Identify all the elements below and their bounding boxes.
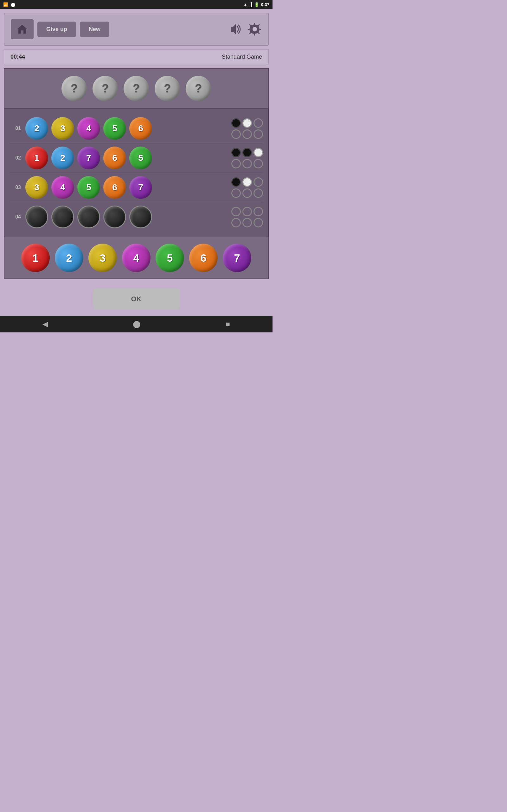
battery-icon: 🔋 — [254, 2, 259, 7]
guess-row-01: 0123456 — [9, 114, 263, 143]
guess-area: 01234560212765033456704 — [4, 109, 269, 237]
time-display: 9:37 — [261, 2, 269, 7]
balls-area-04 — [25, 206, 226, 229]
picker-ball-3[interactable]: 3 — [89, 244, 117, 272]
ok-area: OK — [4, 289, 269, 310]
secret-code-row: ????? — [4, 68, 269, 109]
peg-02-3 — [231, 159, 241, 168]
ball-row01-pos4: 6 — [129, 117, 152, 140]
bottom-nav: ◀ ⬤ ■ — [0, 316, 273, 333]
balls-area-01: 23456 — [25, 117, 226, 140]
wifi-icon: ▲ — [243, 2, 247, 7]
guess-row-02: 0212765 — [9, 143, 263, 173]
ball-row04-pos1[interactable] — [51, 206, 74, 229]
secret-slot-1: ? — [93, 76, 118, 101]
ball-row03-pos4: 7 — [129, 176, 152, 199]
ball-row04-pos4[interactable] — [129, 206, 152, 229]
ball-row02-pos3: 6 — [103, 147, 126, 169]
peg-01-1 — [242, 118, 252, 128]
balls-area-02: 12765 — [25, 147, 226, 169]
peg-03-3 — [231, 189, 241, 198]
ball-row01-pos0: 2 — [25, 117, 48, 140]
peg-04-5 — [253, 218, 263, 227]
peg-01-5 — [253, 130, 263, 139]
ball-row04-pos2[interactable] — [77, 206, 100, 229]
toolbar: Give up New — [4, 13, 269, 46]
peg-01-2 — [253, 118, 263, 128]
peg-04-3 — [231, 218, 241, 227]
peg-02-2 — [253, 148, 263, 157]
peg-02-0 — [231, 148, 241, 157]
notification-icon: 📶 — [3, 2, 8, 7]
pegs-area-01 — [231, 118, 263, 139]
peg-04-1 — [242, 207, 252, 216]
peg-03-4 — [242, 189, 252, 198]
peg-02-5 — [253, 159, 263, 168]
picker-ball-7[interactable]: 7 — [223, 244, 251, 272]
home-button[interactable] — [11, 19, 34, 39]
picker-ball-4[interactable]: 4 — [122, 244, 151, 272]
recents-nav-icon[interactable]: ■ — [226, 320, 230, 328]
picker-ball-6[interactable]: 6 — [189, 244, 218, 272]
svg-marker-0 — [17, 25, 27, 34]
secret-slot-3: ? — [155, 76, 180, 101]
back-nav-icon[interactable]: ◀ — [43, 320, 48, 328]
peg-03-2 — [253, 177, 263, 187]
ball-row04-pos0[interactable] — [25, 206, 48, 229]
pegs-area-03 — [231, 177, 263, 198]
svg-marker-1 — [231, 24, 236, 34]
sound-button[interactable] — [229, 23, 243, 35]
row-number-03: 03 — [9, 185, 21, 190]
balls-area-03: 34567 — [25, 176, 226, 199]
ball-row03-pos2: 5 — [77, 176, 100, 199]
secret-slot-4: ? — [186, 76, 211, 101]
peg-04-0 — [231, 207, 241, 216]
ball-row01-pos1: 3 — [51, 117, 74, 140]
ok-button[interactable]: OK — [93, 289, 180, 310]
new-button[interactable]: New — [80, 21, 109, 37]
peg-03-0 — [231, 177, 241, 187]
peg-01-3 — [231, 130, 241, 139]
peg-03-5 — [253, 189, 263, 198]
peg-02-1 — [242, 148, 252, 157]
peg-04-4 — [242, 218, 252, 227]
guess-row-04: 04 — [9, 202, 263, 232]
home-nav-icon[interactable]: ⬤ — [133, 320, 141, 328]
picker-ball-2[interactable]: 2 — [55, 244, 83, 272]
peg-01-4 — [242, 130, 252, 139]
ball-row03-pos0: 3 — [25, 176, 48, 199]
peg-02-4 — [242, 159, 252, 168]
ball-row02-pos1: 2 — [51, 147, 74, 169]
timer-row: 00:44 Standard Game — [4, 49, 269, 64]
row-number-02: 02 — [9, 155, 21, 161]
row-number-04: 04 — [9, 214, 21, 220]
peg-03-1 — [242, 177, 252, 187]
ball-row02-pos0: 1 — [25, 147, 48, 169]
guess-row-03: 0334567 — [9, 173, 263, 202]
pegs-area-04 — [231, 207, 263, 227]
picker-row: 1234567 — [4, 237, 269, 279]
circle-icon: ⬤ — [11, 2, 15, 7]
picker-ball-1[interactable]: 1 — [21, 244, 50, 272]
timer-display: 00:44 — [10, 54, 25, 60]
pegs-area-02 — [231, 148, 263, 168]
secret-slot-2: ? — [124, 76, 149, 101]
svg-point-3 — [252, 27, 257, 32]
status-bar: 📶 ⬤ ▲ ▐ 🔋 9:37 — [0, 0, 273, 9]
ball-row03-pos3: 6 — [103, 176, 126, 199]
ball-row04-pos3[interactable] — [103, 206, 126, 229]
row-number-01: 01 — [9, 125, 21, 131]
peg-04-2 — [253, 207, 263, 216]
give-up-button[interactable]: Give up — [38, 21, 76, 37]
ball-row02-pos2: 7 — [77, 147, 100, 169]
settings-button[interactable] — [248, 22, 262, 36]
ball-row01-pos3: 5 — [103, 117, 126, 140]
signal-icon: ▐ — [249, 2, 252, 7]
peg-01-0 — [231, 118, 241, 128]
game-mode: Standard Game — [222, 54, 262, 60]
picker-ball-5[interactable]: 5 — [156, 244, 184, 272]
secret-slot-0: ? — [61, 76, 87, 101]
ball-row02-pos4: 5 — [129, 147, 152, 169]
ball-row01-pos2: 4 — [77, 117, 100, 140]
ball-row03-pos1: 4 — [51, 176, 74, 199]
